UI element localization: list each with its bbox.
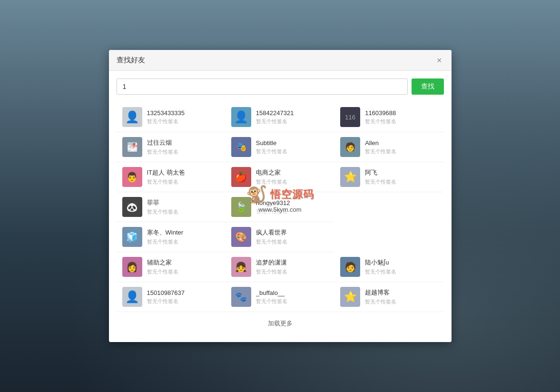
user-item[interactable]: 🧑 陆小魅ʃu 暂无个性签名 — [334, 252, 443, 282]
person-icon: 👤 — [234, 110, 248, 124]
user-info: 菲菲 暂无个性签名 — [147, 198, 178, 216]
user-item[interactable]: 👨 IT超人 萌太爸 暂无个性签名 — [117, 162, 226, 192]
user-sig: 暂无个性签名 — [147, 268, 178, 275]
user-info: hongye9312 暂无个性签名 — [256, 199, 290, 215]
avatar: 👤 — [122, 107, 142, 127]
user-name: 15842247321 — [256, 109, 294, 117]
user-sig: 暂无个性签名 — [256, 268, 287, 275]
user-name: 阿飞 — [365, 168, 396, 177]
user-item[interactable]: 🐾 _buffalo__ 暂无个性签名 — [226, 282, 334, 312]
user-info: 疯人看世界 暂无个性签名 — [256, 228, 287, 245]
person-icon: 👤 — [125, 110, 139, 124]
user-item[interactable]: 👤 15010987637 暂无个性签名 — [117, 282, 226, 312]
user-info: 电商之家 暂无个性签名 — [256, 168, 287, 186]
user-item[interactable]: 116 116039688 暂无个性签名 — [334, 102, 443, 132]
user-sig: 暂无个性签名 — [147, 178, 185, 186]
person-icon: 🍎 — [235, 171, 247, 183]
user-sig: 暂无个性签名 — [147, 238, 184, 245]
user-item[interactable]: 🍎 电商之家 暂无个性签名 — [226, 162, 334, 192]
user-name: 追梦的潇潇 — [256, 258, 287, 267]
person-icon: 🎭 — [236, 142, 246, 152]
person-icon: 🍃 — [235, 201, 247, 213]
user-name: 辅助之家 — [147, 258, 178, 267]
person-icon: 116 — [345, 114, 355, 121]
avatar: ⭐ — [340, 287, 360, 307]
star-icon: ⭐ — [344, 171, 357, 183]
search-row: 查找 — [117, 78, 444, 95]
user-item[interactable]: 🐼 菲菲 暂无个性签名 — [117, 192, 226, 222]
user-item[interactable]: 🎭 Subtitle 暂无个性签名 — [226, 132, 334, 162]
user-item[interactable]: 👤 13253433335 暂无个性签名 — [117, 102, 226, 132]
avatar: 🧑 — [340, 257, 360, 277]
load-more-link[interactable]: 加载更多 — [268, 320, 293, 327]
user-sig: 暂无个性签名 — [256, 238, 287, 245]
user-info: 13253433335 暂无个性签名 — [147, 109, 185, 125]
user-item[interactable]: ⭐ 超越博客 暂无个性签名 — [334, 282, 443, 312]
avatar: 🍃 — [231, 197, 251, 217]
modal-header: 查找好友 × — [109, 50, 452, 71]
user-info: Allen 暂无个性签名 — [365, 139, 396, 155]
avatar: 🧊 — [122, 227, 142, 247]
user-name: 电商之家 — [256, 168, 287, 177]
avatar: 👧 — [231, 257, 251, 277]
avatar: 👤 — [231, 107, 251, 127]
search-input[interactable] — [117, 78, 408, 95]
person-icon: 🧑 — [345, 142, 355, 152]
user-name: 116039688 — [365, 109, 396, 117]
user-name: 陆小魅ʃu — [365, 258, 396, 267]
user-item[interactable]: 🌁 过往云烟 暂无个性签名 — [117, 132, 226, 162]
avatar: 👨 — [122, 167, 142, 187]
user-name: 菲菲 — [147, 198, 178, 207]
user-name: 过往云烟 — [147, 138, 178, 147]
user-info: 过往云烟 暂无个性签名 — [147, 138, 178, 156]
user-sig: 暂无个性签名 — [365, 298, 396, 305]
person-icon: 👤 — [125, 290, 139, 304]
user-sig: 暂无个性签名 — [147, 118, 185, 125]
find-friend-modal: 查找好友 × 查找 👤 13253433335 暂无个性签 — [109, 50, 452, 342]
modal-backdrop: 查找好友 × 查找 👤 13253433335 暂无个性签 — [0, 0, 560, 392]
user-sig: 暂无个性签名 — [147, 298, 185, 305]
user-name: 寒冬、Winter — [147, 228, 184, 237]
user-info: 陆小魅ʃu 暂无个性签名 — [365, 258, 396, 275]
avatar: 🌁 — [122, 137, 142, 157]
user-sig: 暂无个性签名 — [365, 178, 396, 186]
user-name: 15010987637 — [147, 289, 185, 296]
user-sig: 暂无个性签名 — [147, 208, 178, 216]
user-info: Subtitle 暂无个性签名 — [256, 139, 287, 155]
modal-title: 查找好友 — [117, 56, 145, 65]
person-icon: 🎨 — [235, 231, 247, 243]
user-sig: 暂无个性签名 — [147, 148, 178, 156]
person-icon: 🌁 — [127, 142, 138, 152]
avatar: 👤 — [122, 287, 142, 307]
user-item[interactable]: 🍃 hongye9312 暂无个性签名 — [226, 192, 334, 222]
user-sig: 暂无个性签名 — [365, 268, 396, 275]
user-item[interactable]: 🧊 寒冬、Winter 暂无个性签名 — [117, 222, 226, 252]
results-grid: 👤 13253433335 暂无个性签名 👤 15842247321 暂无个性签… — [117, 102, 444, 312]
avatar: 👩 — [122, 257, 142, 277]
user-name: Subtitle — [256, 139, 287, 147]
person-icon: 🐾 — [235, 291, 247, 303]
search-button[interactable]: 查找 — [412, 78, 444, 95]
user-item[interactable]: ⭐ 阿飞 暂无个性签名 — [334, 162, 443, 192]
user-item[interactable]: 🎨 疯人看世界 暂无个性签名 — [226, 222, 334, 252]
user-info: 阿飞 暂无个性签名 — [365, 168, 396, 186]
user-info: IT超人 萌太爸 暂无个性签名 — [147, 168, 185, 186]
user-name: IT超人 萌太爸 — [147, 168, 185, 177]
user-info: _buffalo__ 暂无个性签名 — [256, 289, 287, 305]
user-item[interactable]: 🧑 Allen 暂无个性签名 — [334, 132, 443, 162]
star-icon: ⭐ — [344, 291, 357, 303]
user-item[interactable]: 👤 15842247321 暂无个性签名 — [226, 102, 334, 132]
avatar: 116 — [340, 107, 360, 127]
avatar: 🐼 — [122, 197, 142, 217]
user-info: 追梦的潇潇 暂无个性签名 — [256, 258, 287, 275]
user-info: 15842247321 暂无个性签名 — [256, 109, 294, 125]
user-sig: 暂无个性签名 — [365, 118, 396, 125]
person-icon: 🧊 — [126, 231, 138, 243]
person-icon: 🐼 — [126, 201, 138, 213]
user-item[interactable]: 👧 追梦的潇潇 暂无个性签名 — [226, 252, 334, 282]
user-item[interactable]: 👩 辅助之家 暂无个性签名 — [117, 252, 226, 282]
user-sig: 暂无个性签名 — [256, 178, 287, 186]
user-info: 15010987637 暂无个性签名 — [147, 289, 185, 305]
person-icon: 👨 — [126, 171, 138, 183]
close-button[interactable]: × — [435, 56, 444, 65]
